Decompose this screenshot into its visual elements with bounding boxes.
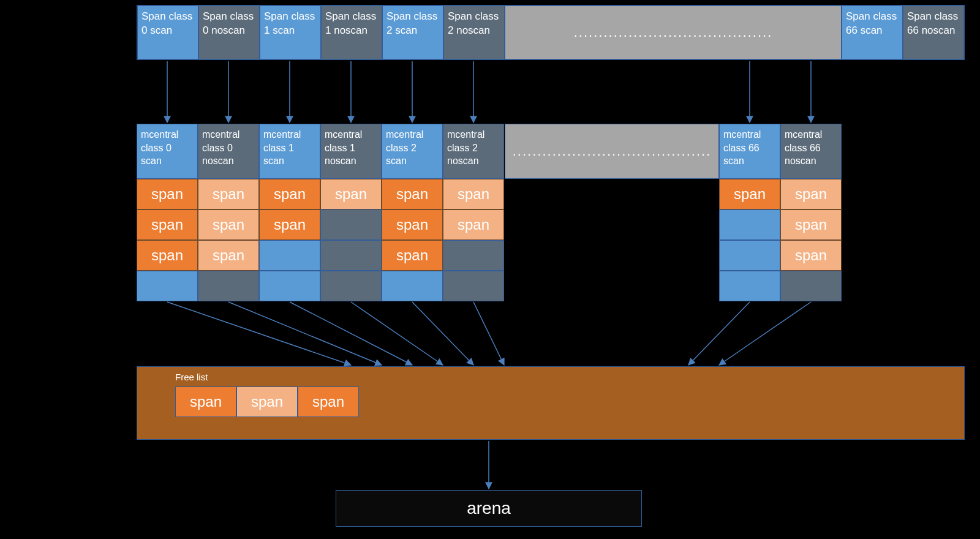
svg-line-11 (351, 302, 443, 365)
empty-cell (719, 209, 780, 240)
span-cell: span (198, 209, 259, 240)
span-cell: span (320, 179, 382, 209)
mcentral-column: spanspan (443, 179, 504, 301)
empty-cell (320, 209, 382, 240)
span-class-row: Span class 0 scan Span class 0 noscan Sp… (137, 5, 965, 60)
svg-line-12 (412, 302, 473, 365)
empty-cell (719, 240, 780, 271)
span-class-cell: Span class 66 noscan (903, 6, 964, 59)
span-cell: span (382, 209, 443, 240)
span-class-cell: Span class 0 noscan (198, 6, 260, 59)
mcentral-column: spanspanspan (382, 179, 443, 301)
free-list-label: Free list (175, 372, 208, 382)
empty-cell (259, 271, 320, 301)
mcentral-column: span (719, 179, 780, 301)
svg-line-10 (290, 302, 412, 365)
span-class-cell: Span class 2 noscan (443, 6, 505, 59)
span-class-cell: Span class 2 scan (382, 6, 443, 59)
mcentral-header: mcentral class 66 noscan (780, 124, 842, 179)
empty-cell (137, 271, 198, 301)
empty-cell (320, 240, 382, 271)
svg-line-14 (688, 302, 750, 365)
span-cell: span (719, 179, 780, 209)
span-cell: span (259, 179, 320, 209)
span-cell: span (443, 209, 504, 240)
svg-line-9 (228, 302, 382, 365)
free-list-span: span (298, 386, 359, 417)
span-class-cell: Span class 1 scan (260, 6, 321, 59)
span-cell: span (137, 209, 198, 240)
empty-cell (259, 240, 320, 271)
span-cell: span (198, 179, 259, 209)
span-cell: span (259, 209, 320, 240)
mcentral-header: mcentral class 66 scan (719, 124, 780, 179)
free-list-span: span (175, 386, 236, 417)
empty-cell (719, 271, 780, 301)
mcentral-header: mcentral class 2 noscan (443, 124, 504, 179)
empty-cell (443, 271, 504, 301)
span-cell: span (137, 179, 198, 209)
span-cell: span (780, 240, 842, 271)
empty-cell (443, 240, 504, 271)
svg-line-15 (719, 302, 811, 365)
mcentral-header: mcentral class 1 noscan (320, 124, 382, 179)
mcentral-column: spanspanspan (198, 179, 259, 301)
span-cell: span (382, 179, 443, 209)
ellipsis: ........................................ (505, 124, 719, 179)
mcentral-column: span (320, 179, 382, 301)
empty-cell (382, 271, 443, 301)
svg-line-8 (167, 302, 351, 365)
span-class-cell: Span class 66 scan (842, 6, 903, 59)
span-cell: span (780, 209, 842, 240)
mcentral-column: spanspanspan (780, 179, 842, 301)
span-cell: span (780, 179, 842, 209)
span-class-cell: Span class 0 scan (137, 6, 198, 59)
mcentral-column: spanspanspan (137, 179, 198, 301)
free-list-container: Free list spanspanspan (137, 366, 965, 440)
free-list-span: span (236, 386, 298, 417)
span-class-cell: Span class 1 noscan (321, 6, 382, 59)
mcentral-column: spanspan (259, 179, 320, 301)
mcentral-header: mcentral class 0 scan (137, 124, 198, 179)
empty-cell (198, 271, 259, 301)
mcentral-header: mcentral class 0 noscan (198, 124, 259, 179)
span-cell: span (382, 240, 443, 271)
mcentral-group-left: mcentral class 0 scan mcentral class 0 n… (137, 124, 504, 301)
free-list-row: spanspanspan (175, 386, 359, 417)
mcentral-group-right: mcentral class 66 scan mcentral class 66… (719, 124, 842, 301)
span-cell: span (137, 240, 198, 271)
mcentral-header: mcentral class 1 scan (259, 124, 320, 179)
span-cell: span (443, 179, 504, 209)
span-cell: span (198, 240, 259, 271)
empty-cell (780, 271, 842, 301)
mcentral-header: mcentral class 2 scan (382, 124, 443, 179)
arena-box: arena (336, 490, 642, 527)
ellipsis: ........................................ (505, 6, 842, 59)
empty-cell (320, 271, 382, 301)
svg-line-13 (473, 302, 504, 365)
